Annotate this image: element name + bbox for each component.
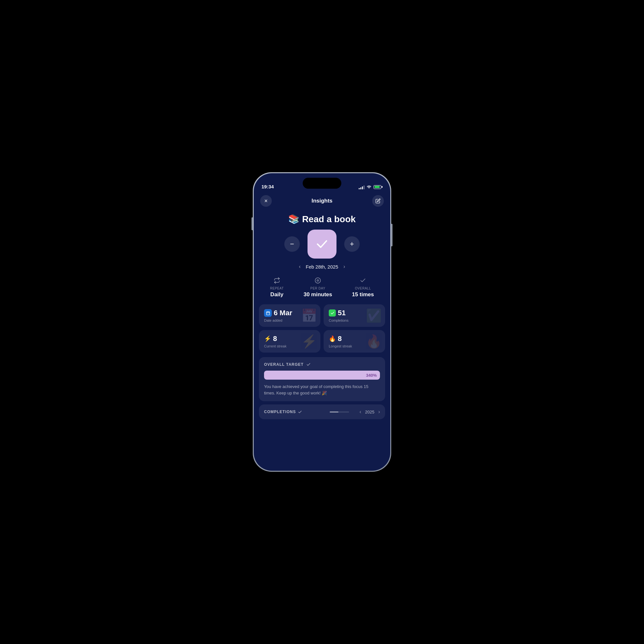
overall-icon — [360, 277, 366, 285]
stat-overall: OVERALL 15 times — [352, 277, 374, 298]
repeat-value: Daily — [270, 291, 284, 298]
completions-section-bar: COMPLETIONS ‹ 2025 › — [259, 404, 385, 419]
increment-button[interactable]: + — [344, 236, 360, 252]
overall-value: 15 times — [352, 291, 374, 298]
prev-date-button[interactable]: ‹ — [299, 264, 300, 270]
phone-frame: 19:34 — [253, 172, 391, 472]
progress-bar-fill: 340% — [264, 371, 380, 380]
info-grid: 📅 6 Mar — [254, 304, 390, 356]
completions-card: ✅ 51 Completions — [324, 304, 385, 327]
stat-repeat: REPEAT Daily — [270, 277, 284, 298]
completions-section-label: COMPLETIONS — [264, 410, 302, 414]
perday-icon — [315, 277, 321, 285]
app-header: × Insights — [254, 193, 390, 211]
next-year-button[interactable]: › — [378, 409, 380, 415]
completions-progress-line — [330, 412, 349, 412]
date-added-icon — [264, 309, 272, 317]
habit-title: 📚 Read a book — [254, 211, 390, 230]
overall-target-card: OVERALL TARGET 340% You have achieved yo… — [259, 357, 385, 401]
longest-streak-number: 8 — [338, 335, 342, 343]
close-button[interactable]: × — [260, 195, 272, 207]
completions-icon — [329, 309, 336, 317]
check-area: − + — [254, 230, 390, 264]
stats-row: REPEAT Daily PER DAY 30 minutes — [254, 275, 390, 304]
checkmark-icon — [315, 237, 329, 251]
check-box[interactable] — [308, 230, 336, 259]
current-date: Feb 28th, 2025 — [306, 264, 338, 270]
status-time: 19:34 — [261, 184, 274, 189]
current-streak-icon: ⚡ — [264, 335, 271, 342]
target-label: OVERALL TARGET — [264, 362, 304, 367]
longest-streak-card: 🔥 🔥 8 Longest streak — [324, 330, 385, 353]
target-check-icon — [306, 362, 311, 367]
repeat-icon — [274, 277, 280, 285]
current-streak-bg-icon: ⚡ — [301, 334, 317, 349]
svg-rect-2 — [266, 312, 270, 315]
habit-emoji: 📚 — [288, 214, 299, 224]
next-date-button[interactable]: › — [343, 264, 345, 270]
status-icons — [359, 185, 383, 189]
current-streak-card: ⚡ ⚡ 8 Current streak — [259, 330, 320, 353]
completions-check-icon — [298, 410, 302, 414]
date-nav: ‹ Feb 28th, 2025 › — [254, 264, 390, 275]
perday-label: PER DAY — [310, 287, 326, 290]
svg-point-0 — [315, 278, 321, 283]
longest-streak-icon: 🔥 — [329, 335, 336, 342]
current-streak-number: 8 — [273, 335, 277, 343]
habit-name: Read a book — [302, 214, 355, 224]
battery-icon — [374, 185, 383, 189]
date-added-bg-icon: 📅 — [301, 308, 317, 323]
completions-year: 2025 — [365, 410, 374, 414]
progress-bar-container: 340% — [264, 371, 380, 380]
stat-perday: PER DAY 30 minutes — [304, 277, 332, 298]
completions-number: 51 — [338, 309, 346, 317]
edit-button[interactable] — [372, 195, 384, 207]
perday-value: 30 minutes — [304, 291, 332, 298]
svg-point-1 — [317, 280, 319, 281]
app-screen: × Insights 📚 Read a book — [254, 173, 390, 471]
overall-label: OVERALL — [355, 287, 371, 290]
progress-percentage: 340% — [366, 373, 377, 378]
longest-streak-bg-icon: 🔥 — [366, 334, 382, 349]
dynamic-island — [303, 178, 341, 189]
wifi-icon — [366, 185, 372, 189]
prev-year-button[interactable]: ‹ — [359, 409, 361, 415]
header-title: Insights — [311, 198, 332, 204]
date-added-number: 6 Mar — [274, 309, 292, 317]
completions-bg-icon: ✅ — [366, 308, 382, 323]
repeat-label: REPEAT — [270, 287, 284, 290]
completions-nav: ‹ 2025 › — [323, 409, 380, 415]
target-header: OVERALL TARGET — [264, 362, 380, 367]
decrement-button[interactable]: − — [284, 236, 300, 252]
signal-icon — [359, 185, 365, 189]
screen-content: 19:34 — [254, 173, 390, 471]
target-description: You have achieved your goal of completin… — [264, 384, 380, 396]
phone-screen: 19:34 — [254, 173, 390, 471]
date-added-card: 📅 6 Mar — [259, 304, 320, 327]
